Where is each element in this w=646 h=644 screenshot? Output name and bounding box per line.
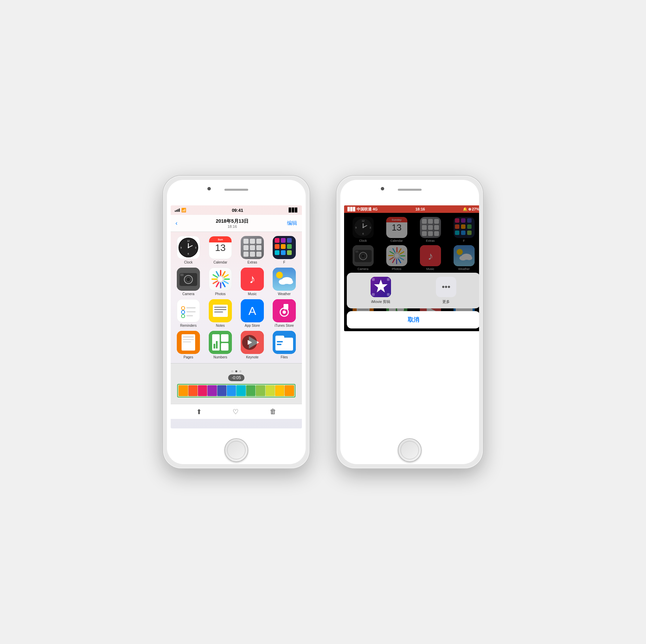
action-sheet-container: iMovie 剪辑 ••• 更多 取消 [344,273,479,331]
app-numbers-left[interactable]: Numbers [206,331,235,359]
svg-rect-19 [281,238,286,243]
notes-label-left: Notes [216,324,225,327]
svg-rect-186 [387,278,390,281]
action-option-more[interactable]: ••• 更多 [416,277,476,304]
svg-text:3: 3 [195,247,196,249]
app-grid-left: 12 6 9 3 Clock [171,232,302,363]
app-keynote-left[interactable]: Keynote [238,331,267,359]
svg-rect-10 [250,239,255,244]
svg-rect-54 [177,300,200,322]
svg-rect-62 [213,305,228,317]
app-clock-left[interactable]: 12 6 9 3 Clock [174,236,203,264]
svg-rect-32 [180,274,184,276]
battery-indicator: ▊▊▊ [289,208,298,213]
notes-icon-left [209,299,232,322]
nav-date: 2018年5月13日 [216,218,249,224]
frame1 [178,385,188,396]
home-button-left[interactable] [224,438,248,462]
favorite-button-left[interactable]: ♡ [233,408,239,416]
files-label-left: Files [280,355,288,359]
svg-point-53 [286,279,293,284]
imovie-icon [371,277,391,297]
home-button-ring-right [401,441,419,459]
home-button-right[interactable] [398,438,422,462]
carrier-signal-right: ▊▊▊ 中国联通 4G [347,207,378,212]
cancel-button-right[interactable]: 取消 [347,311,479,328]
f-icon-left [273,236,296,259]
photos-icon-left [209,268,232,291]
share-button-left[interactable]: ⬆ [196,408,202,416]
camera-dot [207,187,211,190]
app-pages-left[interactable]: Pages [174,331,203,359]
status-bar-left: 📶 09:41 ▊▊▊ [171,205,302,215]
frame2 [188,385,198,396]
weather-icon-left [273,268,296,291]
calendar-icon-left: Sun 13 [209,236,232,259]
itunes-label-left: iTunes Store [275,324,294,327]
svg-rect-75 [183,336,194,338]
svg-rect-81 [221,343,228,351]
app-photos-left[interactable]: Photos [206,268,235,296]
svg-point-52 [279,279,287,285]
svg-rect-82 [214,344,215,349]
keynote-label-left: Keynote [246,355,259,359]
pages-icon-left [177,331,200,354]
svg-rect-83 [216,341,218,349]
photos-label-left: Photos [215,292,225,296]
svg-rect-89 [275,336,284,340]
wifi-icon: 📶 [181,208,186,213]
svg-rect-76 [183,339,194,340]
edit-button[interactable]: 编辑 [287,220,297,226]
camera-dot-right [381,187,384,190]
right-screen: ▊▊▊ 中国联通 4G 18:16 🔔 ⊕ 27% [344,205,479,331]
app-appstore-left[interactable]: A App Store [238,299,267,327]
app-reminders-left[interactable]: Reminders [174,299,203,327]
bottom-toolbar-left: ⬆ ♡ 🗑 [171,404,302,419]
app-f-left[interactable]: F [270,236,299,264]
app-weather-left[interactable]: Weather [270,268,299,296]
svg-rect-25 [281,250,286,255]
timeline-frames [178,385,294,397]
svg-rect-37 [224,278,230,280]
app-files-left[interactable]: Files [270,331,299,359]
keynote-play-overlay [238,331,261,354]
app-extras-left[interactable]: Extras [238,236,267,264]
signal-bars [175,208,180,212]
delete-button-left[interactable]: 🗑 [270,408,276,416]
action-sheet: iMovie 剪辑 ••• 更多 [347,273,479,308]
bar2 [176,210,177,212]
status-time-left: 09:41 [232,208,243,213]
svg-rect-14 [256,245,261,250]
battery-right: 27% [472,207,479,211]
alarm-icon: 🔔 [463,207,468,211]
app-notes-left[interactable]: Notes [206,299,235,327]
cancel-label: 取消 [408,317,419,323]
svg-rect-59 [186,311,196,312]
music-icon-left: ♪ [241,268,264,291]
svg-rect-9 [243,239,249,244]
music-label-left: Music [248,292,257,296]
back-button[interactable]: ‹ [175,220,177,227]
svg-rect-21 [275,244,279,249]
svg-rect-20 [287,238,292,243]
action-option-imovie[interactable]: iMovie 剪辑 [351,277,411,304]
right-phone: ▊▊▊ 中国联通 4G 18:16 🔔 ⊕ 27% [337,176,483,468]
app-itunes-left[interactable]: iTunes Store [270,299,299,327]
frame5 [217,385,226,396]
svg-rect-58 [186,307,196,308]
more-dots-icon: ••• [436,277,456,297]
frame11 [275,385,284,396]
network-type-right: 4G [373,207,378,211]
itunes-icon-left [273,299,296,322]
svg-rect-40 [220,283,221,288]
action-sheet-options: iMovie 剪辑 ••• 更多 [347,273,479,308]
app-music-left[interactable]: ♪ Music [238,268,267,296]
svg-rect-63 [214,307,226,308]
camera-icon-left [177,268,200,291]
phone-inner-right: ▊▊▊ 中国联通 4G 18:16 🔔 ⊕ 27% [340,180,479,464]
app-camera-left[interactable]: Camera [174,268,203,296]
speaker-right [398,189,422,191]
app-calendar-left[interactable]: Sun 13 Calendar [206,236,235,264]
timeline-dots [231,370,241,372]
timeline-strip[interactable] [177,384,295,397]
